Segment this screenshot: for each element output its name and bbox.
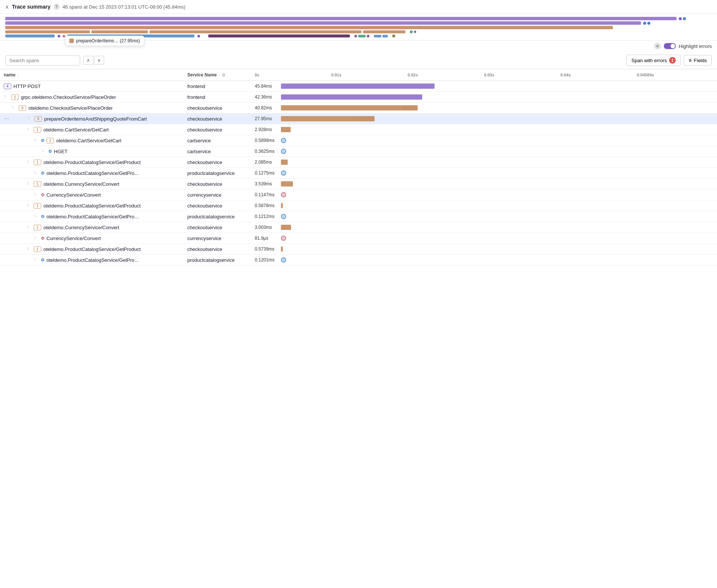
bar-area (281, 257, 435, 263)
span-badge[interactable]: 1 (46, 138, 54, 143)
table-row: └6oteldemo.CheckoutService/PlaceOrderche… (0, 103, 717, 113)
table-row: └1grpc.oteldemo.CheckoutService/PlaceOrd… (0, 92, 717, 103)
span-with-errors-button[interactable]: Span with errors 1 (626, 55, 681, 66)
span-name-content: └1oteldemo.ProductCatalogService/GetProd… (4, 160, 180, 165)
timing-circle (281, 214, 286, 219)
bar-area (281, 148, 435, 154)
span-dot (41, 193, 44, 196)
nav-up-button[interactable]: ∧ (83, 56, 93, 65)
timing-bar-container: 42.36ms (255, 94, 435, 100)
bar-circle (364, 117, 368, 121)
span-badge[interactable]: 1 (34, 225, 41, 230)
span-badge[interactable]: 1 (34, 246, 41, 252)
timing-bar-container: 0.1201ms (255, 257, 435, 263)
table-row: ⋯└9prepareOrderItemsAndShippingQuoteFrom… (0, 113, 717, 124)
span-bar (281, 225, 291, 230)
time-label: 0.1212ms (255, 214, 281, 219)
spans-table-container: name ↓ Service Name ↓ ⊙ 0s 0.01s 0.0 (0, 69, 717, 266)
close-highlight-button[interactable]: ✕ (654, 43, 661, 49)
indent-spacer: └ (41, 149, 49, 154)
timing-bar-container: 40.82ms (255, 105, 435, 111)
service-sort-icon[interactable]: ↓ (218, 73, 220, 77)
span-dot (41, 237, 44, 240)
time-label: 2.085ms (255, 160, 281, 165)
span-name-text: oteldemo.ProductCatalogService/GetPro… (46, 257, 139, 263)
tick-4: 0.04s (560, 73, 637, 77)
span-timing-cell: 0.3625ms (251, 146, 717, 157)
trace-header: ∧ Trace summary ? 46 spans at Dec 15 202… (0, 0, 717, 14)
span-badge[interactable]: 6 (19, 105, 26, 111)
span-bar (281, 116, 375, 121)
span-timing-cell: 0.1275ms (251, 168, 717, 179)
span-name-text: oteldemo.ProductCatalogService/GetPro… (46, 170, 139, 176)
span-name-text: oteldemo.CheckoutService/PlaceOrder (28, 105, 113, 111)
span-dot (41, 139, 44, 142)
span-bar (281, 84, 435, 89)
span-bar (281, 94, 422, 100)
span-dot (41, 172, 44, 175)
span-timing-cell: 42.36ms (251, 92, 717, 103)
span-badge[interactable]: 1 (34, 203, 41, 209)
tick-2: 0.02s (408, 73, 484, 77)
service-filter-icon[interactable]: ⊙ (222, 73, 225, 78)
collapse-chevron[interactable]: ∧ (5, 4, 9, 10)
trace-title: Trace summary (12, 4, 51, 10)
indent-spacer: └ (27, 116, 34, 121)
span-badge[interactable]: 1 (11, 94, 19, 100)
span-badge[interactable]: 4 (4, 84, 11, 89)
indent-spacer: └ (26, 247, 34, 251)
span-service-cell: productcatalogservice (184, 168, 251, 179)
span-badge[interactable]: 9 (34, 116, 42, 122)
timing-bar-container: 0.5878ms (255, 203, 435, 209)
indent-spacer: └ (26, 225, 34, 230)
highlight-label: Highlight errors (679, 43, 712, 49)
name-sort-icon[interactable]: ↓ (17, 73, 19, 77)
time-label: 0.5739ms (255, 246, 281, 252)
span-service-cell: productcatalogservice (184, 211, 251, 222)
span-badge[interactable]: 1 (34, 127, 41, 133)
timing-circle (281, 138, 286, 143)
span-dot (49, 150, 52, 153)
table-row: └1oteldemo.CartService/GetCartcartservic… (0, 135, 717, 146)
timing-bar-container: 0.5899ms (255, 137, 435, 143)
search-input[interactable] (5, 55, 80, 66)
timing-bar-container: 0.5739ms (255, 246, 435, 252)
toggle-thumb (671, 44, 675, 48)
span-badge[interactable]: 1 (34, 181, 41, 187)
span-name-content: └1oteldemo.CurrencyService/Convert (4, 181, 180, 187)
help-icon[interactable]: ? (54, 4, 60, 10)
fields-button[interactable]: ≡ Fields (684, 55, 712, 66)
span-service-cell: frontend (184, 92, 251, 103)
span-name-text: prepareOrderItemsAndShippingQuoteFromCar… (44, 116, 147, 122)
time-label: 2.928ms (255, 127, 281, 132)
more-menu-icon[interactable]: ⋯ (4, 116, 9, 122)
span-name-text: oteldemo.CurrencyService/Convert (43, 181, 119, 187)
span-name-content: └1oteldemo.CartService/GetCart (4, 127, 180, 133)
time-label: 0.5899ms (255, 138, 281, 143)
timing-bar-container: 2.928ms (255, 127, 435, 133)
span-dot (41, 215, 44, 218)
indent-spacer: └ (26, 182, 34, 186)
nav-down-button[interactable]: ∨ (94, 56, 104, 65)
indent-spacer: └ (26, 127, 34, 132)
time-label: 0.1147ms (255, 192, 281, 197)
span-service-cell: checkoutservice (184, 124, 251, 135)
indent-spacer: └ (34, 171, 41, 175)
span-name-text: HGET (54, 149, 67, 154)
time-label: 42.36ms (255, 94, 281, 100)
table-row: └HGETcartservice0.3625ms (0, 146, 717, 157)
time-label: 27.95ms (255, 116, 281, 121)
span-service-cell: checkoutservice (184, 179, 251, 190)
highlight-toggle[interactable] (664, 43, 676, 49)
bar-area (281, 170, 435, 176)
span-badge[interactable]: 1 (34, 160, 41, 165)
col-service: Service Name ↓ ⊙ (184, 69, 251, 81)
span-service-cell: currencyservice (184, 190, 251, 200)
span-name-cell: └1grpc.oteldemo.CheckoutService/PlaceOrd… (0, 92, 184, 103)
table-row: └oteldemo.ProductCatalogService/GetPro…p… (0, 168, 717, 179)
span-name-content: └1grpc.oteldemo.CheckoutService/PlaceOrd… (4, 94, 180, 100)
bar-area (281, 94, 435, 100)
span-timing-cell: 45.84ms (251, 81, 717, 92)
indent-spacer: └ (34, 258, 41, 262)
table-row: └1oteldemo.CartService/GetCartcheckoutse… (0, 124, 717, 135)
